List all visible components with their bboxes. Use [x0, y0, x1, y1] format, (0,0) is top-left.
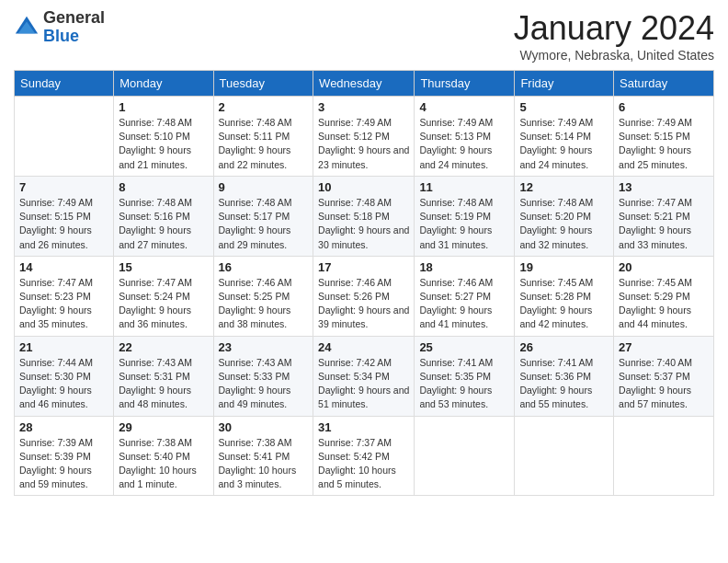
day-number: 3 [318, 100, 409, 114]
calendar-body: 1Sunrise: 7:48 AMSunset: 5:10 PMDaylight… [15, 97, 714, 496]
logo-blue: Blue [43, 27, 79, 45]
calendar-week-2: 7Sunrise: 7:49 AMSunset: 5:15 PMDaylight… [15, 176, 714, 256]
calendar-cell: 29Sunrise: 7:38 AMSunset: 5:40 PMDayligh… [114, 416, 213, 496]
day-detail: Sunrise: 7:48 AMSunset: 5:19 PMDaylight:… [419, 196, 509, 252]
day-detail: Sunrise: 7:46 AMSunset: 5:25 PMDaylight:… [219, 276, 309, 332]
calendar-week-3: 14Sunrise: 7:47 AMSunset: 5:23 PMDayligh… [15, 256, 714, 336]
calendar-cell: 2Sunrise: 7:48 AMSunset: 5:11 PMDaylight… [213, 97, 313, 177]
day-detail: Sunrise: 7:38 AMSunset: 5:41 PMDaylight:… [219, 436, 309, 492]
day-detail: Sunrise: 7:45 AMSunset: 5:28 PMDaylight:… [519, 276, 609, 332]
calendar-cell [415, 416, 515, 496]
day-detail: Sunrise: 7:47 AMSunset: 5:24 PMDaylight:… [119, 276, 208, 332]
day-detail: Sunrise: 7:47 AMSunset: 5:23 PMDaylight:… [19, 276, 108, 332]
day-detail: Sunrise: 7:46 AMSunset: 5:26 PMDaylight:… [318, 276, 409, 332]
title-block: January 2024 Wymore, Nebraska, United St… [514, 9, 714, 63]
day-number: 21 [19, 340, 108, 354]
calendar-week-4: 21Sunrise: 7:44 AMSunset: 5:30 PMDayligh… [15, 336, 714, 416]
calendar-cell: 11Sunrise: 7:48 AMSunset: 5:19 PMDayligh… [415, 176, 515, 256]
day-number: 9 [219, 180, 309, 194]
calendar-cell: 23Sunrise: 7:43 AMSunset: 5:33 PMDayligh… [213, 336, 313, 416]
calendar-cell: 13Sunrise: 7:47 AMSunset: 5:21 PMDayligh… [614, 176, 714, 256]
calendar-cell: 7Sunrise: 7:49 AMSunset: 5:15 PMDaylight… [15, 176, 114, 256]
day-number: 1 [119, 100, 208, 114]
calendar-cell [15, 97, 114, 177]
day-number: 23 [219, 340, 309, 354]
day-number: 31 [318, 420, 409, 434]
calendar-cell: 28Sunrise: 7:39 AMSunset: 5:39 PMDayligh… [15, 416, 114, 496]
day-detail: Sunrise: 7:48 AMSunset: 5:10 PMDaylight:… [119, 116, 208, 172]
day-detail: Sunrise: 7:41 AMSunset: 5:35 PMDaylight:… [419, 356, 509, 412]
calendar-cell: 8Sunrise: 7:48 AMSunset: 5:16 PMDaylight… [114, 176, 213, 256]
month-title: January 2024 [514, 9, 714, 48]
calendar-cell [515, 416, 614, 496]
calendar-cell: 30Sunrise: 7:38 AMSunset: 5:41 PMDayligh… [213, 416, 313, 496]
weekday-header-friday: Friday [515, 71, 614, 97]
day-detail: Sunrise: 7:43 AMSunset: 5:33 PMDaylight:… [219, 356, 309, 412]
day-detail: Sunrise: 7:48 AMSunset: 5:20 PMDaylight:… [519, 196, 609, 252]
day-detail: Sunrise: 7:42 AMSunset: 5:34 PMDaylight:… [318, 356, 409, 412]
calendar-cell: 4Sunrise: 7:49 AMSunset: 5:13 PMDaylight… [415, 97, 515, 177]
day-number: 16 [219, 260, 309, 274]
day-number: 14 [19, 260, 108, 274]
day-number: 28 [19, 420, 108, 434]
weekday-header-saturday: Saturday [614, 71, 714, 97]
calendar-week-1: 1Sunrise: 7:48 AMSunset: 5:10 PMDaylight… [15, 97, 714, 177]
logo-icon [14, 15, 40, 40]
day-number: 24 [318, 340, 409, 354]
page-header: General Blue January 2024 Wymore, Nebras… [14, 9, 714, 63]
day-detail: Sunrise: 7:43 AMSunset: 5:31 PMDaylight:… [119, 356, 208, 412]
day-number: 10 [318, 180, 409, 194]
logo: General Blue [14, 9, 105, 46]
day-detail: Sunrise: 7:39 AMSunset: 5:39 PMDaylight:… [19, 436, 108, 492]
day-number: 8 [119, 180, 208, 194]
calendar-cell: 18Sunrise: 7:46 AMSunset: 5:27 PMDayligh… [415, 256, 515, 336]
calendar-cell: 24Sunrise: 7:42 AMSunset: 5:34 PMDayligh… [313, 336, 415, 416]
calendar-cell: 16Sunrise: 7:46 AMSunset: 5:25 PMDayligh… [213, 256, 313, 336]
calendar-cell: 6Sunrise: 7:49 AMSunset: 5:15 PMDaylight… [614, 97, 714, 177]
day-number: 6 [619, 100, 709, 114]
day-detail: Sunrise: 7:41 AMSunset: 5:36 PMDaylight:… [519, 356, 609, 412]
day-detail: Sunrise: 7:49 AMSunset: 5:15 PMDaylight:… [19, 196, 108, 252]
calendar-cell: 5Sunrise: 7:49 AMSunset: 5:14 PMDaylight… [515, 97, 614, 177]
calendar-header: SundayMondayTuesdayWednesdayThursdayFrid… [15, 71, 714, 97]
day-detail: Sunrise: 7:49 AMSunset: 5:15 PMDaylight:… [619, 116, 709, 172]
day-detail: Sunrise: 7:37 AMSunset: 5:42 PMDaylight:… [318, 436, 409, 492]
weekday-header-wednesday: Wednesday [313, 71, 415, 97]
calendar-cell: 3Sunrise: 7:49 AMSunset: 5:12 PMDaylight… [313, 97, 415, 177]
weekday-header-thursday: Thursday [415, 71, 515, 97]
calendar-cell: 9Sunrise: 7:48 AMSunset: 5:17 PMDaylight… [213, 176, 313, 256]
day-detail: Sunrise: 7:49 AMSunset: 5:14 PMDaylight:… [519, 116, 609, 172]
day-number: 15 [119, 260, 208, 274]
weekday-header-monday: Monday [114, 71, 213, 97]
day-detail: Sunrise: 7:49 AMSunset: 5:13 PMDaylight:… [419, 116, 509, 172]
calendar-cell: 20Sunrise: 7:45 AMSunset: 5:29 PMDayligh… [614, 256, 714, 336]
day-number: 30 [219, 420, 309, 434]
day-number: 7 [19, 180, 108, 194]
day-detail: Sunrise: 7:40 AMSunset: 5:37 PMDaylight:… [619, 356, 709, 412]
calendar-cell: 10Sunrise: 7:48 AMSunset: 5:18 PMDayligh… [313, 176, 415, 256]
day-detail: Sunrise: 7:49 AMSunset: 5:12 PMDaylight:… [318, 116, 409, 172]
calendar-cell: 22Sunrise: 7:43 AMSunset: 5:31 PMDayligh… [114, 336, 213, 416]
logo-text: General Blue [43, 9, 105, 46]
day-number: 11 [419, 180, 509, 194]
day-number: 27 [619, 340, 709, 354]
day-number: 13 [619, 180, 709, 194]
calendar-cell: 21Sunrise: 7:44 AMSunset: 5:30 PMDayligh… [15, 336, 114, 416]
day-number: 29 [119, 420, 208, 434]
day-number: 22 [119, 340, 208, 354]
day-detail: Sunrise: 7:44 AMSunset: 5:30 PMDaylight:… [19, 356, 108, 412]
day-number: 20 [619, 260, 709, 274]
calendar-week-5: 28Sunrise: 7:39 AMSunset: 5:39 PMDayligh… [15, 416, 714, 496]
day-detail: Sunrise: 7:48 AMSunset: 5:18 PMDaylight:… [318, 196, 409, 252]
day-number: 2 [219, 100, 309, 114]
calendar-cell: 26Sunrise: 7:41 AMSunset: 5:36 PMDayligh… [515, 336, 614, 416]
day-number: 4 [419, 100, 509, 114]
calendar-cell: 12Sunrise: 7:48 AMSunset: 5:20 PMDayligh… [515, 176, 614, 256]
day-number: 26 [519, 340, 609, 354]
calendar-cell: 19Sunrise: 7:45 AMSunset: 5:28 PMDayligh… [515, 256, 614, 336]
weekday-header-tuesday: Tuesday [213, 71, 313, 97]
day-detail: Sunrise: 7:48 AMSunset: 5:17 PMDaylight:… [219, 196, 309, 252]
calendar-cell: 1Sunrise: 7:48 AMSunset: 5:10 PMDaylight… [114, 97, 213, 177]
calendar-cell: 15Sunrise: 7:47 AMSunset: 5:24 PMDayligh… [114, 256, 213, 336]
day-number: 25 [419, 340, 509, 354]
